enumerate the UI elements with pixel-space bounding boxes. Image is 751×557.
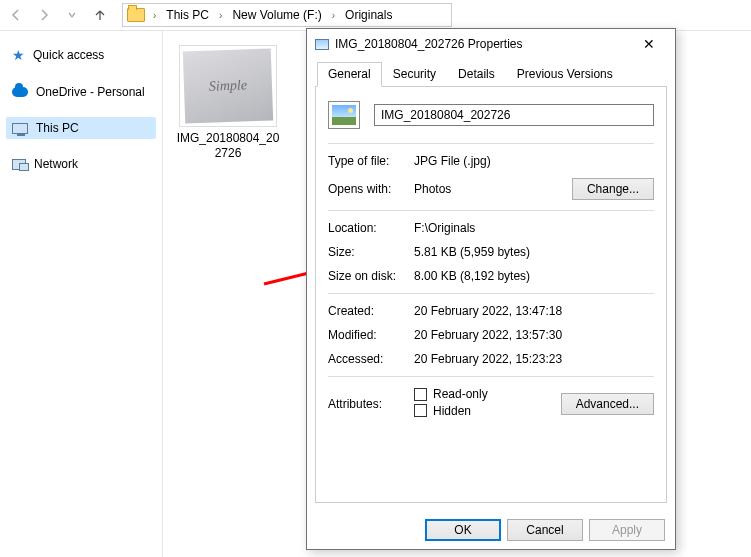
pc-icon xyxy=(12,123,28,134)
advanced-button[interactable]: Advanced... xyxy=(561,393,654,415)
nav-up-button[interactable] xyxy=(88,3,112,27)
folder-icon xyxy=(127,8,145,22)
nav-back-button[interactable] xyxy=(4,3,28,27)
tab-details[interactable]: Details xyxy=(447,62,506,87)
checkbox-hidden[interactable]: Hidden xyxy=(414,404,471,418)
sidebar-item-label: Quick access xyxy=(33,48,104,62)
label-sizeondisk: Size on disk: xyxy=(328,269,414,283)
nav-pane: ★ Quick access OneDrive - Personal This … xyxy=(0,31,163,557)
sidebar-item-label: OneDrive - Personal xyxy=(36,85,145,99)
label-typeoffile: Type of file: xyxy=(328,154,414,168)
nav-forward-button[interactable] xyxy=(32,3,56,27)
value-sizeondisk: 8.00 KB (8,192 bytes) xyxy=(414,269,654,283)
value-modified: 20 February 2022, 13:57:30 xyxy=(414,328,654,342)
thumbnail-image: Simple xyxy=(183,48,273,123)
value-created: 20 February 2022, 13:47:18 xyxy=(414,304,654,318)
address-bar: › This PC › New Volume (F:) › Originals xyxy=(0,0,751,31)
cloud-icon xyxy=(12,87,28,97)
image-icon xyxy=(315,39,329,50)
address-box[interactable]: › This PC › New Volume (F:) › Originals xyxy=(122,3,452,27)
value-openswith: Photos xyxy=(414,182,572,196)
breadcrumb-volume[interactable]: New Volume (F:) xyxy=(230,6,323,24)
filetype-icon xyxy=(328,101,360,129)
chevron-right-icon[interactable]: › xyxy=(151,10,158,21)
breadcrumb-thispc[interactable]: This PC xyxy=(164,6,211,24)
tab-strip: General Security Details Previous Versio… xyxy=(315,62,667,87)
attributes-group: Read-only Hidden xyxy=(414,387,561,420)
tab-page-general: Type of file: JPG File (.jpg) Opens with… xyxy=(315,87,667,503)
filename-input[interactable] xyxy=(374,104,654,126)
chevron-right-icon[interactable]: › xyxy=(217,10,224,21)
label-location: Location: xyxy=(328,221,414,235)
apply-button[interactable]: Apply xyxy=(589,519,665,541)
file-item[interactable]: Simple IMG_20180804_202726 xyxy=(173,45,283,161)
tab-security[interactable]: Security xyxy=(382,62,447,87)
breadcrumb-folder[interactable]: Originals xyxy=(343,6,394,24)
value-typeoffile: JPG File (.jpg) xyxy=(414,154,654,168)
dialog-titlebar[interactable]: IMG_20180804_202726 Properties ✕ xyxy=(307,29,675,59)
value-accessed: 20 February 2022, 15:23:23 xyxy=(414,352,654,366)
label-attributes: Attributes: xyxy=(328,397,414,411)
change-button[interactable]: Change... xyxy=(572,178,654,200)
label-size: Size: xyxy=(328,245,414,259)
dialog-footer: OK Cancel Apply xyxy=(307,511,675,549)
properties-dialog: IMG_20180804_202726 Properties ✕ General… xyxy=(306,28,676,550)
label-openswith: Opens with: xyxy=(328,182,414,196)
file-name: IMG_20180804_202726 xyxy=(173,131,283,161)
sidebar-item-quickaccess[interactable]: ★ Quick access xyxy=(6,43,156,67)
value-location: F:\Originals xyxy=(414,221,654,235)
sidebar-item-onedrive[interactable]: OneDrive - Personal xyxy=(6,81,156,103)
sidebar-item-thispc[interactable]: This PC xyxy=(6,117,156,139)
sidebar-item-label: This PC xyxy=(36,121,79,135)
tab-previous-versions[interactable]: Previous Versions xyxy=(506,62,624,87)
value-size: 5.81 KB (5,959 bytes) xyxy=(414,245,654,259)
close-button[interactable]: ✕ xyxy=(631,30,667,58)
recent-dropdown-button[interactable] xyxy=(60,3,84,27)
dialog-title: IMG_20180804_202726 Properties xyxy=(335,37,625,51)
network-icon xyxy=(12,159,26,170)
tab-general[interactable]: General xyxy=(317,62,382,87)
sidebar-item-network[interactable]: Network xyxy=(6,153,156,175)
label-accessed: Accessed: xyxy=(328,352,414,366)
label-modified: Modified: xyxy=(328,328,414,342)
checkbox-readonly[interactable]: Read-only xyxy=(414,387,488,401)
label-created: Created: xyxy=(328,304,414,318)
sidebar-item-label: Network xyxy=(34,157,78,171)
ok-button[interactable]: OK xyxy=(425,519,501,541)
cancel-button[interactable]: Cancel xyxy=(507,519,583,541)
star-icon: ★ xyxy=(12,47,25,63)
thumbnail: Simple xyxy=(179,45,277,127)
chevron-right-icon[interactable]: › xyxy=(330,10,337,21)
